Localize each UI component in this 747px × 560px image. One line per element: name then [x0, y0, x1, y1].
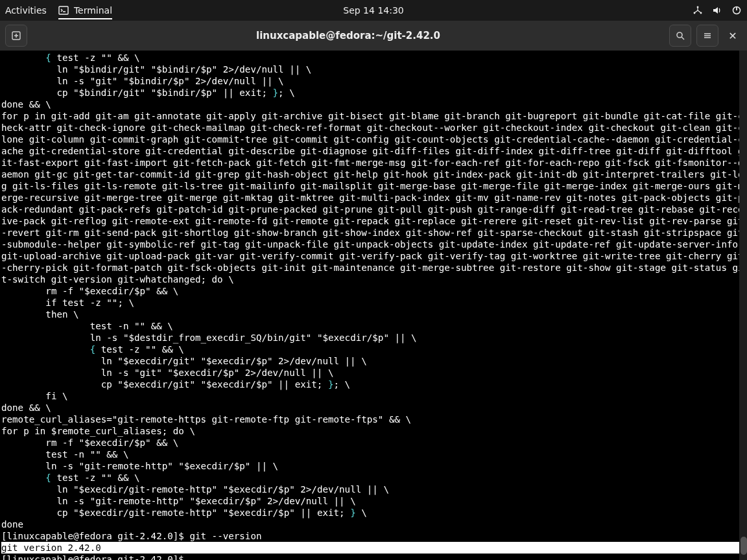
scrollbar-thumb[interactable]: [741, 537, 747, 555]
svg-point-1: [697, 6, 699, 8]
menu-button[interactable]: [696, 25, 718, 47]
svg-point-9: [677, 32, 682, 38]
active-app-label: Terminal: [74, 5, 112, 16]
volume-icon[interactable]: [712, 5, 722, 16]
svg-point-2: [694, 12, 696, 14]
new-tab-button[interactable]: [5, 25, 27, 47]
scrollbar[interactable]: [739, 51, 747, 560]
terminal-icon: [58, 5, 69, 16]
search-button[interactable]: [669, 25, 691, 47]
gnome-topbar: Activities Terminal Sep 14 14:30: [0, 0, 747, 21]
svg-line-10: [682, 37, 684, 40]
window-titlebar: linuxcapable@fedora:~/git-2.42.0 ✕: [0, 21, 747, 51]
activities-button[interactable]: Activities: [5, 5, 47, 16]
svg-rect-0: [59, 6, 68, 14]
terminal-output[interactable]: { test -z "" && \ ln "$bindir/git" "$bin…: [0, 51, 747, 560]
window-title: linuxcapable@fedora:~/git-2.42.0: [32, 30, 664, 41]
clock[interactable]: Sep 14 14:30: [343, 5, 403, 16]
active-app-terminal[interactable]: Terminal: [58, 5, 112, 19]
power-icon[interactable]: [731, 5, 742, 16]
network-icon[interactable]: [693, 5, 703, 16]
close-button[interactable]: ✕: [724, 30, 742, 42]
svg-point-3: [700, 12, 702, 14]
